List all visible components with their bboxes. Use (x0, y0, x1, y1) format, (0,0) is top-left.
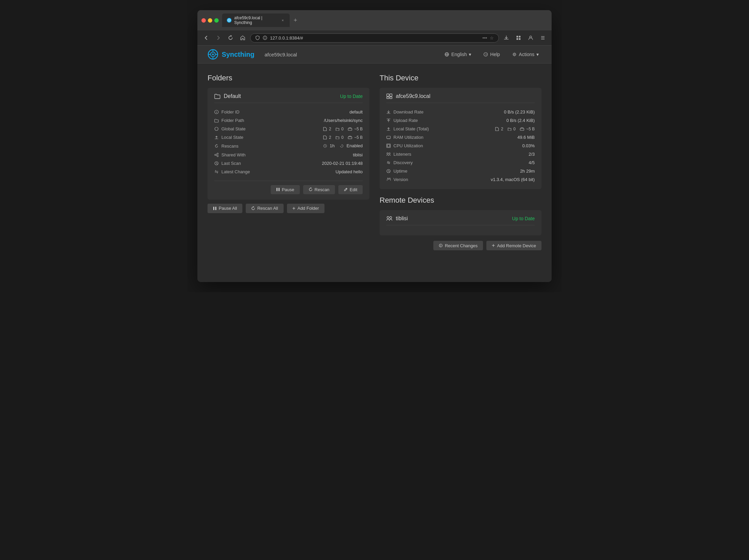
svg-point-36 (217, 155, 218, 157)
svg-rect-52 (387, 136, 390, 138)
rescan-all-button[interactable]: Rescan All (246, 204, 283, 213)
edit-button[interactable]: Edit (338, 185, 363, 194)
folders-title: Folders (208, 74, 369, 83)
new-tab-button[interactable]: + (291, 16, 300, 25)
actions-label: Actions (519, 52, 534, 57)
home-button[interactable] (238, 33, 248, 43)
discovery-row: Discovery 4/5 (386, 158, 535, 167)
shared-with-value: tiblisi (353, 152, 363, 157)
ram-row: RAM Utilization 49.6 MiB (386, 133, 535, 141)
maximize-btn[interactable] (214, 18, 219, 23)
global-state-value: 2 0 ~5 B (323, 127, 363, 131)
rescans-icon (214, 144, 219, 148)
app-content: Syncthing afce59c9.local English ▾ ? Hel… (197, 46, 552, 282)
device-icon (386, 93, 392, 99)
address-url: 127.0.0.1:8384/# (270, 36, 479, 41)
last-scan-row: Last Scan 2020-02-21 01:19:48 (214, 159, 363, 167)
shield-icon (255, 36, 260, 40)
globe-icon (445, 52, 449, 57)
forward-button[interactable] (214, 33, 223, 43)
reload-button[interactable] (226, 33, 235, 43)
folder-id-row: Folder ID default (214, 108, 363, 116)
svg-line-37 (216, 154, 217, 154)
default-folder-card: Default Up to Date Folder ID default (208, 88, 369, 200)
svg-rect-45 (387, 94, 389, 96)
upload-rate-value: 0 B/s (2.4 KiB) (506, 118, 535, 123)
svg-rect-30 (348, 128, 352, 130)
svg-rect-41 (279, 188, 280, 191)
svg-point-59 (389, 153, 390, 154)
browser-toolbar: 127.0.0.1:8384/# ••• ☆ (197, 30, 552, 46)
folder-name: Default (224, 93, 241, 99)
apps-btn[interactable] (514, 33, 523, 43)
svg-point-29 (215, 127, 218, 131)
svg-rect-47 (387, 97, 389, 98)
recent-changes-icon (439, 244, 443, 248)
svg-point-4 (265, 37, 265, 37)
svg-point-66 (390, 217, 392, 219)
folder-path-value: /Users/helsinki/sync (324, 118, 363, 123)
rescan-button[interactable]: Rescan (303, 185, 335, 194)
recent-changes-button[interactable]: Recent Changes (433, 241, 483, 250)
local-state-value: 2 0 ~5 B (323, 135, 363, 140)
svg-rect-5 (516, 36, 518, 38)
remote-devices-title: Remote Devices (380, 196, 541, 205)
svg-point-58 (387, 153, 388, 154)
folder-bottom-actions: Pause All Rescan All + Add Folder (208, 204, 369, 213)
folder-id-label: Folder ID (214, 109, 239, 114)
help-button[interactable]: ? Help (480, 50, 502, 59)
menu-btn[interactable] (538, 33, 548, 43)
local-state-row: Local State 2 0 ~5 B (214, 133, 363, 141)
language-chevron: ▾ (469, 52, 471, 57)
profile-btn[interactable] (526, 33, 535, 43)
local-state-icon (214, 135, 219, 139)
pause-all-button[interactable]: Pause All (208, 204, 242, 213)
pause-button[interactable]: Pause (271, 185, 300, 194)
svg-rect-6 (519, 36, 520, 38)
discovery-icon (386, 160, 391, 165)
version-row: Version v1.3.4, macOS (64 bit) (386, 175, 535, 184)
tab-favicon (227, 18, 232, 23)
shared-icon (214, 153, 219, 157)
minimize-btn[interactable] (208, 18, 212, 23)
svg-point-69 (441, 245, 441, 245)
global-state-row: Global State 2 0 ~5 B (214, 125, 363, 133)
address-bar[interactable]: 127.0.0.1:8384/# ••• ☆ (250, 33, 499, 43)
listeners-icon (386, 152, 391, 156)
active-tab[interactable]: afce59c9.local | Syncthing × (222, 14, 290, 27)
latest-change-value: Updated hello (336, 169, 363, 174)
add-remote-icon: + (492, 243, 495, 248)
remote-device-name: tiblisi (396, 216, 408, 222)
remote-device-icon (386, 216, 392, 221)
cpu-value: 0.03% (522, 143, 535, 148)
version-value: v1.3.4, macOS (64 bit) (491, 177, 535, 182)
uptime-icon (386, 169, 391, 173)
language-button[interactable]: English ▾ (442, 50, 474, 59)
add-remote-device-button[interactable]: + Add Remote Device (486, 241, 541, 250)
remote-device-title: tiblisi (386, 216, 408, 222)
address-bar-icons: ••• ☆ (482, 36, 494, 41)
pause-all-icon (213, 206, 217, 210)
folder-id-value: default (349, 109, 363, 114)
folder-card-title: Default (214, 93, 241, 99)
svg-rect-43 (213, 207, 214, 210)
tab-close-btn[interactable]: × (281, 18, 285, 23)
actions-gear-icon (512, 52, 517, 57)
download-rate-row: Download Rate 0 B/s (2.23 KiB) (386, 108, 535, 116)
back-button[interactable] (201, 33, 211, 43)
svg-point-1 (229, 20, 230, 21)
actions-button[interactable]: Actions ▾ (509, 50, 541, 59)
add-folder-button[interactable]: + Add Folder (287, 204, 324, 213)
header-actions: English ▾ ? Help Actions ▾ (442, 50, 541, 59)
download-btn[interactable] (501, 33, 511, 43)
local-state-total-value: 2 0 ~5 B (495, 127, 535, 131)
svg-rect-8 (519, 38, 520, 40)
pause-icon (276, 187, 280, 192)
version-icon (386, 177, 391, 182)
close-btn[interactable] (201, 18, 206, 23)
remote-device-card: tiblisi Up to Date (380, 210, 541, 236)
cpu-icon (386, 143, 391, 148)
svg-rect-48 (390, 97, 392, 98)
folder-card-header: Default Up to Date (214, 93, 363, 103)
svg-point-65 (387, 217, 389, 219)
